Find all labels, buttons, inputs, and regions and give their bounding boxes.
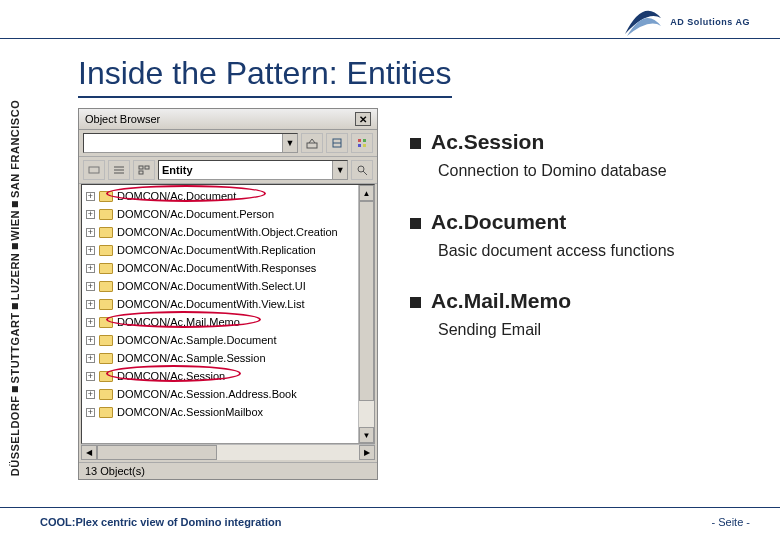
svg-rect-6	[363, 144, 366, 147]
footer-left: COOL:Plex centric view of Domino integra…	[40, 516, 281, 528]
tree-item-label: DOMCON/Ac.SessionMailbox	[117, 406, 263, 418]
bullet-desc: Basic document access functions	[438, 240, 740, 262]
expand-icon[interactable]: +	[86, 300, 95, 309]
scroll-thumb[interactable]	[359, 201, 374, 401]
tree-item-label: DOMCON/Ac.Session	[117, 370, 225, 382]
chevron-down-icon[interactable]: ▼	[282, 134, 297, 152]
view-btn-2[interactable]	[108, 160, 130, 180]
close-icon[interactable]: ✕	[355, 112, 371, 126]
footer-right: - Seite -	[711, 516, 750, 528]
expand-icon[interactable]: +	[86, 354, 95, 363]
status-bar: 13 Object(s)	[79, 462, 377, 479]
svg-rect-5	[358, 144, 361, 147]
svg-line-15	[363, 171, 367, 175]
tree-item[interactable]: +DOMCON/Ac.Session	[82, 367, 374, 385]
tree-item-label: DOMCON/Ac.Document.Person	[117, 208, 274, 220]
tree-item[interactable]: +DOMCON/Ac.SessionMailbox	[82, 403, 374, 421]
tree-item-label: DOMCON/Ac.DocumentWith.Object.Creation	[117, 226, 338, 238]
search-icon[interactable]	[351, 160, 373, 180]
tree-item[interactable]: +DOMCON/Ac.DocumentWith.Object.Creation	[82, 223, 374, 241]
tree-item[interactable]: +DOMCON/Ac.Session.Address.Book	[82, 385, 374, 403]
filter-toolbar: ▼	[79, 130, 377, 157]
svg-rect-3	[358, 139, 361, 142]
expand-icon[interactable]: +	[86, 228, 95, 237]
tree-item[interactable]: +DOMCON/Ac.Sample.Session	[82, 349, 374, 367]
scroll-right-icon[interactable]: ▶	[359, 445, 375, 460]
bullet-item: Ac.DocumentBasic document access functio…	[410, 210, 740, 262]
folder-icon	[99, 209, 113, 220]
expand-icon[interactable]: +	[86, 210, 95, 219]
tree-item-label: DOMCON/Ac.Mail.Memo	[117, 316, 240, 328]
view-btn-3[interactable]	[133, 160, 155, 180]
bullet-square-icon	[410, 138, 421, 149]
folder-icon	[99, 317, 113, 328]
cities-sidebar: DÜSSELDORFSTUTTGARTLUZERNWIENSAN FRANCIS…	[4, 40, 26, 536]
expand-icon[interactable]: +	[86, 318, 95, 327]
chevron-down-icon[interactable]: ▼	[332, 161, 347, 179]
scroll-down-icon[interactable]: ▼	[359, 427, 374, 443]
svg-rect-7	[89, 167, 99, 173]
scroll-up-icon[interactable]: ▲	[359, 185, 374, 201]
bullet-item: Ac.SessionConnection to Domino database	[410, 130, 740, 182]
tree-item-label: DOMCON/Ac.DocumentWith.View.List	[117, 298, 304, 310]
tree-item[interactable]: +DOMCON/Ac.DocumentWith.Responses	[82, 259, 374, 277]
bullet-square-icon	[410, 297, 421, 308]
svg-rect-12	[145, 166, 149, 169]
folder-icon	[99, 407, 113, 418]
tree-item[interactable]: +DOMCON/Ac.DocumentWith.Replication	[82, 241, 374, 259]
expand-icon[interactable]: +	[86, 408, 95, 417]
folder-icon	[99, 263, 113, 274]
bullet-title: Ac.Document	[431, 210, 566, 234]
type-field[interactable]	[159, 161, 332, 179]
expand-icon[interactable]: +	[86, 246, 95, 255]
svg-rect-0	[307, 143, 317, 148]
panel-title: Object Browser	[85, 113, 160, 125]
slide-title: Inside the Pattern: Entities	[78, 55, 452, 98]
svg-rect-4	[363, 139, 366, 142]
type-toolbar: ▼	[79, 157, 377, 184]
cities-text: DÜSSELDORFSTUTTGARTLUZERNWIENSAN FRANCIS…	[9, 100, 21, 476]
expand-icon[interactable]: +	[86, 192, 95, 201]
tree-item[interactable]: +DOMCON/Ac.DocumentWith.View.List	[82, 295, 374, 313]
logo-text: AD Solutions AG	[670, 17, 750, 27]
expand-icon[interactable]: +	[86, 264, 95, 273]
type-combo[interactable]: ▼	[158, 160, 348, 180]
expand-icon[interactable]: +	[86, 372, 95, 381]
folder-icon	[99, 371, 113, 382]
bullet-desc: Connection to Domino database	[438, 160, 740, 182]
bullet-title: Ac.Mail.Memo	[431, 289, 571, 313]
tree-item[interactable]: +DOMCON/Ac.Mail.Memo	[82, 313, 374, 331]
tree-item-label: DOMCON/Ac.Session.Address.Book	[117, 388, 297, 400]
view-btn-1[interactable]	[83, 160, 105, 180]
panel-titlebar: Object Browser ✕	[79, 109, 377, 130]
filter-combo[interactable]: ▼	[83, 133, 298, 153]
scroll-left-icon[interactable]: ◀	[81, 445, 97, 460]
bullet-item: Ac.Mail.MemoSending Email	[410, 289, 740, 341]
filter-input[interactable]	[84, 134, 282, 152]
folder-icon	[99, 281, 113, 292]
folder-icon	[99, 245, 113, 256]
bullet-square-icon	[410, 218, 421, 229]
toolbar-btn-2[interactable]	[326, 133, 348, 153]
tree-item-label: DOMCON/Ac.Document	[117, 190, 236, 202]
svg-rect-11	[139, 166, 143, 169]
folder-icon	[99, 353, 113, 364]
scrollbar-vertical[interactable]: ▲ ▼	[358, 185, 374, 443]
tree-item[interactable]: +DOMCON/Ac.Sample.Document	[82, 331, 374, 349]
tree-view[interactable]: +DOMCON/Ac.Document+DOMCON/Ac.Document.P…	[81, 184, 375, 444]
tree-item[interactable]: +DOMCON/Ac.Document	[82, 187, 374, 205]
tree-item[interactable]: +DOMCON/Ac.Document.Person	[82, 205, 374, 223]
scrollbar-horizontal[interactable]: ◀ ▶	[81, 444, 375, 460]
expand-icon[interactable]: +	[86, 390, 95, 399]
toolbar-btn-1[interactable]	[301, 133, 323, 153]
brand-logo: AD Solutions AG	[622, 4, 750, 40]
folder-icon	[99, 191, 113, 202]
bullet-list: Ac.SessionConnection to Domino databaseA…	[410, 130, 740, 369]
scroll-thumb-h[interactable]	[97, 445, 217, 460]
tree-item-label: DOMCON/Ac.DocumentWith.Select.UI	[117, 280, 306, 292]
toolbar-btn-3[interactable]	[351, 133, 373, 153]
tree-item-label: DOMCON/Ac.DocumentWith.Responses	[117, 262, 316, 274]
expand-icon[interactable]: +	[86, 282, 95, 291]
tree-item[interactable]: +DOMCON/Ac.DocumentWith.Select.UI	[82, 277, 374, 295]
expand-icon[interactable]: +	[86, 336, 95, 345]
